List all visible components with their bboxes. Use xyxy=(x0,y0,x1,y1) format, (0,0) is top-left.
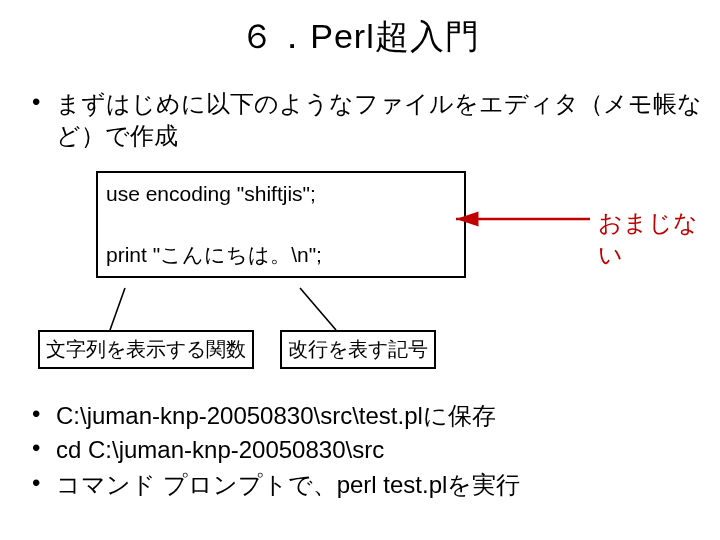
intro-list: • まずはじめに以下のようなファイルをエディタ（メモ帳など）で作成 xyxy=(32,88,720,153)
step-3-text: コマンド プロンプトで、perl test.plを実行 xyxy=(56,469,520,501)
line-newline-to-annot xyxy=(300,288,336,330)
code-line1: use encoding "shiftjis"; xyxy=(106,179,456,209)
step-1-text: C:\juman-knp-20050830\src\test.plに保存 xyxy=(56,400,496,432)
code-box: use encoding "shiftjis"; print "こんにちは。\n… xyxy=(96,171,466,278)
step-2-text: cd C:\juman-knp-20050830\src xyxy=(56,434,384,466)
step-2: • cd C:\juman-knp-20050830\src xyxy=(32,434,520,466)
slide-title: ６．Perl超入門 xyxy=(0,0,720,60)
line-print-to-annot xyxy=(110,288,125,330)
annotation-print-function: 文字列を表示する関数 xyxy=(38,330,254,369)
annotation-right: おまじない xyxy=(598,207,720,271)
bullet-dot: • xyxy=(32,400,56,428)
code-line2: print "こんにちは。\n"; xyxy=(106,240,456,270)
bullet-dot: • xyxy=(32,88,56,116)
steps-list: • C:\juman-knp-20050830\src\test.plに保存 •… xyxy=(32,400,520,503)
annotation-newline: 改行を表す記号 xyxy=(280,330,436,369)
bullet-dot: • xyxy=(32,469,56,497)
code-blank xyxy=(106,209,456,239)
intro-text: まずはじめに以下のようなファイルをエディタ（メモ帳など）で作成 xyxy=(56,88,720,153)
step-3: • コマンド プロンプトで、perl test.plを実行 xyxy=(32,469,520,501)
intro-bullet: • まずはじめに以下のようなファイルをエディタ（メモ帳など）で作成 xyxy=(32,88,720,153)
bullet-dot: • xyxy=(32,434,56,462)
step-1: • C:\juman-knp-20050830\src\test.plに保存 xyxy=(32,400,520,432)
